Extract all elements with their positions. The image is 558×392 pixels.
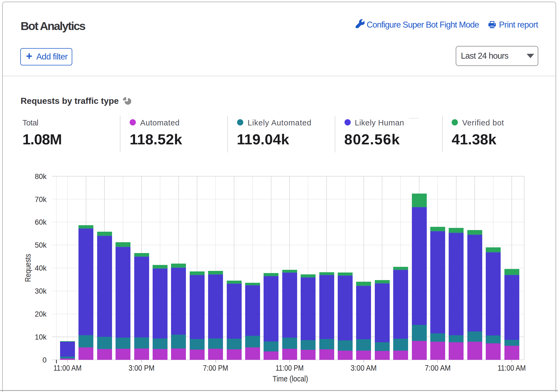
svg-text:7:00 PM: 7:00 PM xyxy=(203,364,228,372)
svg-text:7:00 AM: 7:00 AM xyxy=(425,364,451,372)
svg-text:0: 0 xyxy=(42,356,47,364)
svg-text:20k: 20k xyxy=(35,310,47,318)
svg-text:60k: 60k xyxy=(35,218,47,226)
svg-text:70k: 70k xyxy=(35,195,47,204)
svg-text:50k: 50k xyxy=(35,241,47,249)
svg-text:Requests: Requests xyxy=(24,254,32,282)
svg-text:30k: 30k xyxy=(35,287,47,295)
svg-text:40k: 40k xyxy=(35,264,47,272)
svg-text:80k: 80k xyxy=(35,172,47,181)
svg-text:11:00 AM: 11:00 AM xyxy=(498,364,526,372)
svg-text:10k: 10k xyxy=(35,333,47,341)
svg-text:Time (local): Time (local) xyxy=(273,374,308,383)
svg-text:3:00 PM: 3:00 PM xyxy=(129,364,155,372)
svg-text:3:00 AM: 3:00 AM xyxy=(351,364,377,372)
svg-text:11:00 PM: 11:00 PM xyxy=(275,364,304,372)
svg-text:11:00 AM: 11:00 AM xyxy=(53,364,81,372)
